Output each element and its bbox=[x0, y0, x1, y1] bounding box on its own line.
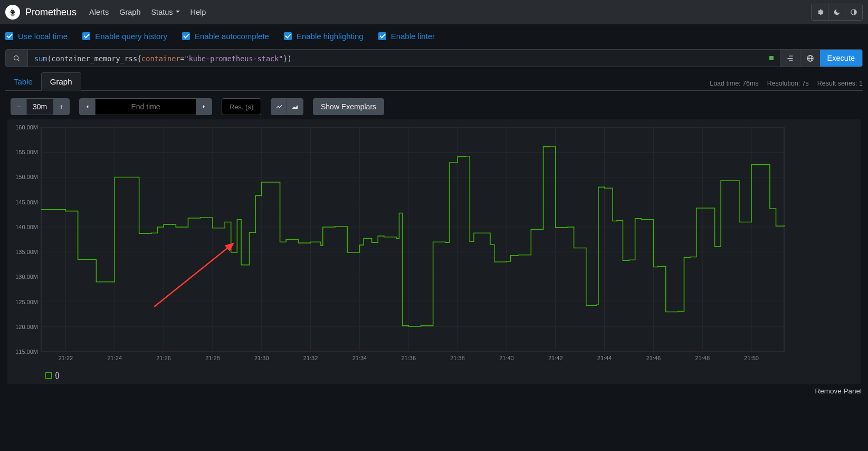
options-row: Use local time Enable query history Enab… bbox=[0, 24, 868, 44]
stacked-chart-button[interactable] bbox=[287, 99, 303, 115]
svg-text:125.00M: 125.00M bbox=[15, 299, 38, 305]
query-status-indicator bbox=[769, 56, 774, 60]
chart-panel: 115.00M120.00M125.00M130.00M135.00M140.0… bbox=[7, 119, 861, 384]
chevron-left-icon bbox=[85, 104, 90, 109]
chart-svg[interactable]: 115.00M120.00M125.00M130.00M135.00M140.0… bbox=[9, 125, 789, 368]
svg-text:21:32: 21:32 bbox=[303, 355, 318, 361]
endtime-group bbox=[79, 98, 212, 115]
annotation-arrow-icon bbox=[149, 238, 244, 312]
svg-text:115.00M: 115.00M bbox=[15, 349, 38, 355]
range-group: − 30m + bbox=[11, 98, 70, 115]
svg-text:21:26: 21:26 bbox=[156, 355, 171, 361]
search-icon bbox=[6, 50, 28, 67]
chart-type-group bbox=[271, 98, 303, 115]
chart-legend: {} bbox=[9, 368, 857, 384]
nav-help[interactable]: Help bbox=[190, 8, 206, 16]
option-autocomplete[interactable]: Enable autocomplete bbox=[182, 32, 269, 41]
svg-line-2 bbox=[18, 59, 20, 61]
checkbox-icon bbox=[378, 32, 386, 40]
graph-controls: − 30m + Show Exemplars bbox=[11, 98, 857, 115]
svg-text:135.00M: 135.00M bbox=[15, 249, 38, 255]
option-highlighting[interactable]: Enable highlighting bbox=[284, 32, 364, 41]
checkbox-icon bbox=[5, 32, 13, 40]
list-indent-icon bbox=[786, 54, 794, 62]
tabs-row: Table Graph Load time: 76ms Resolution: … bbox=[5, 72, 863, 91]
svg-text:21:36: 21:36 bbox=[401, 355, 416, 361]
resolution-input[interactable] bbox=[222, 98, 261, 115]
contrast-icon[interactable] bbox=[845, 4, 862, 20]
svg-text:21:30: 21:30 bbox=[254, 355, 269, 361]
svg-text:160.00M: 160.00M bbox=[15, 125, 38, 130]
nav-graph[interactable]: Graph bbox=[119, 8, 140, 16]
svg-line-60 bbox=[154, 243, 233, 307]
moon-icon[interactable] bbox=[828, 4, 845, 20]
svg-text:21:48: 21:48 bbox=[695, 355, 710, 361]
area-chart-icon bbox=[291, 103, 299, 110]
option-local-time[interactable]: Use local time bbox=[5, 32, 68, 41]
endtime-back-button[interactable] bbox=[80, 99, 96, 115]
top-navbar: Prometheus Alerts Graph Status Help bbox=[0, 0, 868, 24]
svg-text:21:24: 21:24 bbox=[107, 355, 122, 361]
meta-load-time: Load time: 76ms bbox=[710, 80, 758, 87]
checkbox-icon bbox=[182, 32, 190, 40]
option-linter[interactable]: Enable linter bbox=[378, 32, 435, 41]
range-value[interactable]: 30m bbox=[27, 99, 53, 115]
legend-label: {} bbox=[55, 371, 60, 379]
show-exemplars-button[interactable]: Show Exemplars bbox=[313, 98, 384, 115]
meta-result-series: Result series: 1 bbox=[817, 80, 863, 87]
svg-text:21:22: 21:22 bbox=[59, 355, 73, 361]
svg-text:140.00M: 140.00M bbox=[15, 224, 38, 230]
svg-text:150.00M: 150.00M bbox=[15, 174, 38, 180]
option-query-history[interactable]: Enable query history bbox=[82, 32, 167, 41]
metrics-explorer-button[interactable] bbox=[800, 50, 820, 67]
query-meta: Load time: 76ms Resolution: 7s Result se… bbox=[710, 80, 863, 90]
svg-text:21:34: 21:34 bbox=[352, 355, 367, 361]
endtime-input[interactable] bbox=[96, 99, 196, 115]
svg-text:21:44: 21:44 bbox=[597, 355, 612, 361]
promql-input[interactable]: sum(container_memory_rss{container="kube… bbox=[28, 50, 763, 67]
remove-panel-link[interactable]: Remove Panel bbox=[0, 384, 868, 400]
svg-text:21:38: 21:38 bbox=[450, 355, 465, 361]
svg-text:145.00M: 145.00M bbox=[15, 199, 38, 205]
format-query-button[interactable] bbox=[780, 50, 800, 67]
nav-status-dropdown[interactable]: Status bbox=[151, 8, 179, 16]
line-chart-icon bbox=[275, 103, 283, 110]
nav-alerts[interactable]: Alerts bbox=[89, 8, 109, 16]
svg-text:21:50: 21:50 bbox=[744, 355, 759, 361]
range-decrease-button[interactable]: − bbox=[11, 99, 27, 115]
chevron-right-icon bbox=[201, 104, 206, 109]
endtime-forward-button[interactable] bbox=[196, 99, 212, 115]
svg-text:21:40: 21:40 bbox=[499, 355, 514, 361]
prometheus-logo-icon bbox=[5, 5, 20, 20]
svg-text:120.00M: 120.00M bbox=[15, 324, 38, 330]
tab-graph[interactable]: Graph bbox=[41, 72, 81, 91]
checkbox-icon bbox=[82, 32, 90, 40]
query-row: sum(container_memory_rss{container="kube… bbox=[5, 49, 863, 67]
execute-button[interactable]: Execute bbox=[820, 50, 862, 67]
nav-utility-icons bbox=[811, 4, 863, 21]
tab-table[interactable]: Table bbox=[5, 73, 41, 90]
gear-icon[interactable] bbox=[812, 4, 828, 20]
svg-point-1 bbox=[14, 55, 18, 60]
meta-resolution: Resolution: 7s bbox=[767, 80, 809, 87]
svg-text:21:28: 21:28 bbox=[205, 355, 220, 361]
svg-text:130.00M: 130.00M bbox=[15, 274, 38, 280]
svg-text:21:46: 21:46 bbox=[646, 355, 661, 361]
line-chart-button[interactable] bbox=[271, 99, 287, 115]
legend-swatch-icon bbox=[45, 372, 52, 379]
svg-text:155.00M: 155.00M bbox=[15, 149, 38, 155]
checkbox-icon bbox=[284, 32, 292, 40]
svg-text:21:42: 21:42 bbox=[548, 355, 563, 361]
globe-icon bbox=[806, 54, 814, 62]
brand-name: Prometheus bbox=[25, 7, 77, 18]
range-increase-button[interactable]: + bbox=[53, 99, 69, 115]
